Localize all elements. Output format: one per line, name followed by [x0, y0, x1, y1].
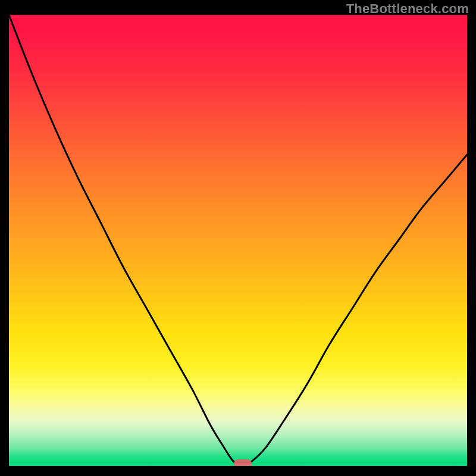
bottleneck-curve-path	[9, 15, 467, 466]
optimal-point-marker	[234, 459, 252, 466]
watermark-label: TheBottleneck.com	[346, 1, 469, 17]
plot-area	[9, 15, 467, 466]
bottleneck-curve-svg	[9, 15, 467, 466]
chart-frame: TheBottleneck.com	[0, 0, 476, 476]
